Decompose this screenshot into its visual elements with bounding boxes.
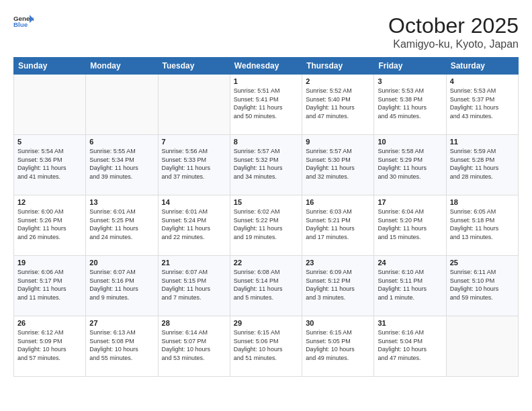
- day-info: Sunrise: 6:15 AM Sunset: 5:05 PM Dayligh…: [306, 328, 370, 362]
- calendar-day-21: 21Sunrise: 6:07 AM Sunset: 5:15 PM Dayli…: [158, 256, 230, 316]
- day-number: 4: [450, 77, 515, 85]
- calendar-day-3: 3Sunrise: 5:53 AM Sunset: 5:38 PM Daylig…: [374, 75, 446, 135]
- day-info: Sunrise: 6:03 AM Sunset: 5:21 PM Dayligh…: [306, 208, 370, 241]
- day-number: 28: [162, 319, 226, 327]
- month-title: October 2025: [388, 13, 519, 38]
- calendar-day-12: 12Sunrise: 6:00 AM Sunset: 5:26 PM Dayli…: [14, 195, 86, 256]
- day-number: 30: [306, 319, 370, 327]
- weekday-header-row: SundayMondayTuesdayWednesdayThursdayFrid…: [14, 58, 519, 75]
- calendar-day-2: 2Sunrise: 5:52 AM Sunset: 5:40 PM Daylig…: [302, 75, 374, 135]
- calendar-day-15: 15Sunrise: 6:02 AM Sunset: 5:22 PM Dayli…: [230, 195, 302, 256]
- day-info: Sunrise: 5:59 AM Sunset: 5:28 PM Dayligh…: [450, 147, 515, 181]
- day-number: 10: [378, 138, 442, 146]
- calendar-day-25: 25Sunrise: 6:11 AM Sunset: 5:10 PM Dayli…: [446, 256, 518, 316]
- day-info: Sunrise: 6:05 AM Sunset: 5:18 PM Dayligh…: [450, 208, 515, 241]
- day-info: Sunrise: 6:08 AM Sunset: 5:14 PM Dayligh…: [234, 268, 298, 302]
- weekday-header-tuesday: Tuesday: [158, 58, 230, 75]
- calendar-day-14: 14Sunrise: 6:01 AM Sunset: 5:24 PM Dayli…: [158, 195, 230, 256]
- day-info: Sunrise: 6:11 AM Sunset: 5:10 PM Dayligh…: [450, 268, 515, 302]
- calendar-empty-cell: [158, 75, 230, 135]
- day-number: 14: [162, 198, 226, 206]
- calendar-day-9: 9Sunrise: 5:57 AM Sunset: 5:30 PM Daylig…: [302, 135, 374, 195]
- day-number: 15: [234, 198, 298, 206]
- day-info: Sunrise: 6:10 AM Sunset: 5:11 PM Dayligh…: [378, 268, 442, 302]
- day-number: 17: [378, 198, 442, 206]
- calendar-day-20: 20Sunrise: 6:07 AM Sunset: 5:16 PM Dayli…: [86, 256, 158, 316]
- day-info: Sunrise: 5:56 AM Sunset: 5:33 PM Dayligh…: [162, 147, 226, 181]
- calendar-day-4: 4Sunrise: 5:53 AM Sunset: 5:37 PM Daylig…: [446, 75, 518, 135]
- weekday-header-monday: Monday: [86, 58, 158, 75]
- svg-text:Blue: Blue: [13, 21, 28, 28]
- weekday-header-thursday: Thursday: [302, 58, 374, 75]
- calendar-day-30: 30Sunrise: 6:15 AM Sunset: 5:05 PM Dayli…: [302, 316, 374, 377]
- calendar-week-row: 5Sunrise: 5:54 AM Sunset: 5:36 PM Daylig…: [14, 135, 519, 195]
- day-info: Sunrise: 5:55 AM Sunset: 5:34 PM Dayligh…: [89, 147, 154, 181]
- weekday-header-saturday: Saturday: [446, 58, 518, 75]
- day-info: Sunrise: 6:00 AM Sunset: 5:26 PM Dayligh…: [17, 208, 82, 241]
- day-number: 31: [378, 319, 442, 327]
- calendar-day-16: 16Sunrise: 6:03 AM Sunset: 5:21 PM Dayli…: [302, 195, 374, 256]
- day-number: 18: [450, 198, 515, 206]
- calendar-week-row: 12Sunrise: 6:00 AM Sunset: 5:26 PM Dayli…: [14, 195, 519, 256]
- calendar-day-29: 29Sunrise: 6:15 AM Sunset: 5:06 PM Dayli…: [230, 316, 302, 377]
- day-number: 1: [234, 77, 298, 85]
- calendar-day-31: 31Sunrise: 6:16 AM Sunset: 5:04 PM Dayli…: [374, 316, 446, 377]
- day-number: 3: [378, 77, 442, 85]
- day-number: 6: [89, 138, 154, 146]
- calendar-empty-cell: [446, 316, 518, 377]
- day-number: 11: [450, 138, 515, 146]
- title-block: October 2025 Kamigyo-ku, Kyoto, Japan: [388, 13, 519, 50]
- day-number: 16: [306, 198, 370, 206]
- calendar-day-13: 13Sunrise: 6:01 AM Sunset: 5:25 PM Dayli…: [86, 195, 158, 256]
- calendar-empty-cell: [86, 75, 158, 135]
- day-info: Sunrise: 5:52 AM Sunset: 5:40 PM Dayligh…: [306, 87, 370, 120]
- day-info: Sunrise: 6:01 AM Sunset: 5:25 PM Dayligh…: [89, 208, 154, 241]
- day-number: 27: [89, 319, 154, 327]
- day-info: Sunrise: 6:13 AM Sunset: 5:08 PM Dayligh…: [89, 328, 154, 362]
- day-info: Sunrise: 5:53 AM Sunset: 5:37 PM Dayligh…: [450, 87, 515, 120]
- day-info: Sunrise: 6:07 AM Sunset: 5:16 PM Dayligh…: [89, 268, 154, 302]
- calendar-day-8: 8Sunrise: 5:57 AM Sunset: 5:32 PM Daylig…: [230, 135, 302, 195]
- day-number: 22: [234, 259, 298, 267]
- day-number: 20: [89, 259, 154, 267]
- calendar-week-row: 1Sunrise: 5:51 AM Sunset: 5:41 PM Daylig…: [14, 75, 519, 135]
- day-info: Sunrise: 6:06 AM Sunset: 5:17 PM Dayligh…: [17, 268, 82, 302]
- calendar-day-17: 17Sunrise: 6:04 AM Sunset: 5:20 PM Dayli…: [374, 195, 446, 256]
- day-number: 23: [306, 259, 370, 267]
- day-number: 29: [234, 319, 298, 327]
- calendar-day-28: 28Sunrise: 6:14 AM Sunset: 5:07 PM Dayli…: [158, 316, 230, 377]
- day-number: 26: [17, 319, 82, 327]
- day-info: Sunrise: 5:57 AM Sunset: 5:30 PM Dayligh…: [306, 147, 370, 181]
- page-header: General Blue October 2025 Kamigyo-ku, Ky…: [13, 13, 519, 50]
- weekday-header-friday: Friday: [374, 58, 446, 75]
- logo-icon: General Blue: [13, 13, 34, 30]
- weekday-header-wednesday: Wednesday: [230, 58, 302, 75]
- calendar-week-row: 26Sunrise: 6:12 AM Sunset: 5:09 PM Dayli…: [14, 316, 519, 377]
- calendar-day-6: 6Sunrise: 5:55 AM Sunset: 5:34 PM Daylig…: [86, 135, 158, 195]
- day-info: Sunrise: 6:15 AM Sunset: 5:06 PM Dayligh…: [234, 328, 298, 362]
- calendar-day-23: 23Sunrise: 6:09 AM Sunset: 5:12 PM Dayli…: [302, 256, 374, 316]
- day-info: Sunrise: 6:16 AM Sunset: 5:04 PM Dayligh…: [378, 328, 442, 362]
- calendar-week-row: 19Sunrise: 6:06 AM Sunset: 5:17 PM Dayli…: [14, 256, 519, 316]
- day-info: Sunrise: 6:12 AM Sunset: 5:09 PM Dayligh…: [17, 328, 82, 362]
- day-info: Sunrise: 6:14 AM Sunset: 5:07 PM Dayligh…: [162, 328, 226, 362]
- calendar-day-24: 24Sunrise: 6:10 AM Sunset: 5:11 PM Dayli…: [374, 256, 446, 316]
- day-number: 13: [89, 198, 154, 206]
- day-number: 9: [306, 138, 370, 146]
- day-info: Sunrise: 6:07 AM Sunset: 5:15 PM Dayligh…: [162, 268, 226, 302]
- day-number: 12: [17, 198, 82, 206]
- day-number: 21: [162, 259, 226, 267]
- day-info: Sunrise: 6:09 AM Sunset: 5:12 PM Dayligh…: [306, 268, 370, 302]
- weekday-header-sunday: Sunday: [14, 58, 86, 75]
- calendar-day-7: 7Sunrise: 5:56 AM Sunset: 5:33 PM Daylig…: [158, 135, 230, 195]
- day-info: Sunrise: 6:01 AM Sunset: 5:24 PM Dayligh…: [162, 208, 226, 241]
- calendar-day-11: 11Sunrise: 5:59 AM Sunset: 5:28 PM Dayli…: [446, 135, 518, 195]
- calendar-day-1: 1Sunrise: 5:51 AM Sunset: 5:41 PM Daylig…: [230, 75, 302, 135]
- calendar-day-27: 27Sunrise: 6:13 AM Sunset: 5:08 PM Dayli…: [86, 316, 158, 377]
- day-info: Sunrise: 5:53 AM Sunset: 5:38 PM Dayligh…: [378, 87, 442, 120]
- calendar-day-26: 26Sunrise: 6:12 AM Sunset: 5:09 PM Dayli…: [14, 316, 86, 377]
- calendar-day-19: 19Sunrise: 6:06 AM Sunset: 5:17 PM Dayli…: [14, 256, 86, 316]
- day-number: 19: [17, 259, 82, 267]
- day-number: 25: [450, 259, 515, 267]
- day-info: Sunrise: 5:51 AM Sunset: 5:41 PM Dayligh…: [234, 87, 298, 120]
